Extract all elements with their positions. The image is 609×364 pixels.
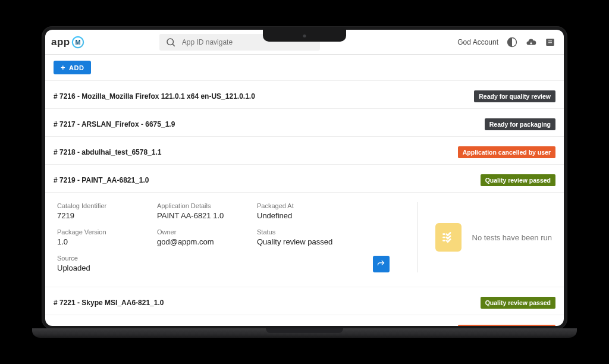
field-label: Catalog Identifier <box>57 202 128 209</box>
tests-panel: No tests have been run <box>417 202 552 272</box>
field-value: 7219 <box>57 211 128 220</box>
field-owner: Owner god@appm.com <box>157 228 228 246</box>
field-label: Application Details <box>157 202 228 209</box>
logo-circle-icon: M <box>71 36 84 49</box>
settings-panel-icon[interactable] <box>545 37 555 48</box>
plus-icon: + <box>61 64 65 71</box>
row-title: # 7217 - ARSLAN_Firefox - 6675_1.9 <box>54 120 175 128</box>
laptop-lid: app <box>42 26 567 330</box>
details-columns: Catalog Identifier 7219 Package Version … <box>57 202 390 272</box>
field-status: Status Quality review passed <box>257 228 332 246</box>
share-button[interactable] <box>373 256 390 272</box>
field-label: Packaged At <box>257 202 332 209</box>
row-title: # 7216 - Mozilla_Mozilla Firefox 121.0.1… <box>54 92 255 101</box>
details-col-1: Catalog Identifier 7219 Package Version … <box>57 202 128 272</box>
status-badge: Application cancelled by user <box>458 325 555 326</box>
topbar-right: God Account <box>457 37 555 48</box>
cloud-download-icon[interactable] <box>526 37 536 48</box>
status-badge: Ready for quality review <box>474 90 555 102</box>
field-value: Uploaded <box>57 263 128 272</box>
tests-message: No tests have been run <box>472 233 552 242</box>
field-value: Quality review passed <box>257 237 332 246</box>
field-catalog-id: Catalog Identifier 7219 <box>57 202 128 220</box>
list-row[interactable]: # 7223 - Test123_Test_1.5 Application ca… <box>45 319 564 326</box>
status-badge: Quality review passed <box>481 174 555 186</box>
field-app-details: Application Details PAINT AA-6821 1.0 <box>157 202 228 220</box>
subtoolbar: + ADD <box>45 55 564 81</box>
search-icon <box>165 37 176 48</box>
list-row[interactable]: # 7218 - abdulhai_test_6578_1.1 Applicat… <box>45 140 564 165</box>
share-icon <box>376 259 385 269</box>
field-source: Source Uploaded <box>57 255 128 272</box>
field-value: god@appm.com <box>157 237 228 246</box>
status-badge: Application cancelled by user <box>458 146 555 158</box>
package-list: # 7216 - Mozilla_Mozilla Firefox 121.0.1… <box>45 81 564 326</box>
field-value: Undefined <box>257 211 332 220</box>
app-root: app <box>45 30 564 326</box>
field-value: 1.0 <box>57 237 128 246</box>
add-button-label: ADD <box>69 64 84 71</box>
logo-letter: M <box>75 39 80 46</box>
laptop-base <box>32 328 577 338</box>
laptop-notch <box>263 30 346 42</box>
laptop-camera <box>303 34 306 37</box>
laptop-mockup: app <box>42 26 567 338</box>
field-label: Owner <box>157 228 228 236</box>
svg-line-2 <box>172 44 174 46</box>
list-row[interactable]: # 7221 - Skype MSI_AA6-821_1.0 Quality r… <box>45 291 564 315</box>
status-badge: Ready for packaging <box>485 118 555 130</box>
field-value: PAINT AA-6821 1.0 <box>157 211 228 220</box>
checklist-icon <box>435 223 462 252</box>
app-screen: app <box>45 30 564 326</box>
details-col-3: Packaged At Undefined Status Quality rev… <box>257 202 332 272</box>
field-label: Source <box>57 255 128 262</box>
row-details-panel: Catalog Identifier 7219 Package Version … <box>45 193 564 287</box>
list-row[interactable]: # 7217 - ARSLAN_Firefox - 6675_1.9 Ready… <box>45 112 564 137</box>
details-col-2: Application Details PAINT AA-6821 1.0 Ow… <box>157 202 228 272</box>
field-package-version: Package Version 1.0 <box>57 228 128 246</box>
row-title: # 7221 - Skype MSI_AA6-821_1.0 <box>54 299 164 307</box>
row-title: # 7218 - abdulhai_test_6578_1.1 <box>54 148 161 156</box>
status-badge: Quality review passed <box>481 297 555 309</box>
row-title: # 7219 - PAINT_AA-6821_1.0 <box>54 176 149 184</box>
theme-toggle-icon[interactable] <box>507 37 517 48</box>
field-label: Status <box>257 228 332 236</box>
add-button[interactable]: + ADD <box>54 61 91 74</box>
app-logo[interactable]: app <box>48 36 88 49</box>
field-packaged-at: Packaged At Undefined <box>257 202 332 220</box>
field-label: Package Version <box>57 228 128 236</box>
svg-point-1 <box>167 39 174 45</box>
list-row-expanded-header[interactable]: # 7219 - PAINT_AA-6821_1.0 Quality revie… <box>45 168 564 193</box>
svg-rect-4 <box>546 39 554 46</box>
list-row[interactable]: # 7216 - Mozilla_Mozilla Firefox 121.0.1… <box>45 84 564 109</box>
user-label[interactable]: God Account <box>457 38 498 46</box>
logo-text: app <box>51 36 70 48</box>
